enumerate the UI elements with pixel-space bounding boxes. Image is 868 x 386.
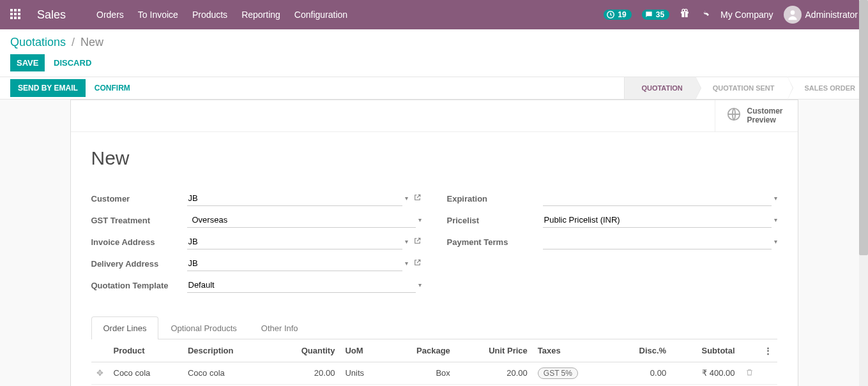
label-payment-terms: Payment Terms bbox=[447, 237, 543, 249]
expiration-field[interactable] bbox=[543, 191, 772, 206]
save-button[interactable]: SAVE bbox=[10, 54, 45, 71]
breadcrumb-sep: / bbox=[72, 36, 75, 48]
cell-uom[interactable]: Units bbox=[340, 362, 386, 384]
invoice-address-field[interactable] bbox=[187, 234, 402, 249]
notebook-tabs: Order Lines Optional Products Other Info bbox=[91, 316, 777, 339]
label-expiration: Expiration bbox=[447, 194, 543, 206]
confirm-button[interactable]: CONFIRM bbox=[86, 79, 139, 97]
customer-preview-button[interactable]: Customer Preview bbox=[715, 100, 798, 131]
control-panel: Quotations / New SAVE DISCARD bbox=[0, 29, 868, 77]
col-product: Product bbox=[109, 339, 183, 362]
app-brand[interactable]: Sales bbox=[37, 8, 66, 22]
delete-row-icon[interactable] bbox=[740, 362, 759, 384]
chevron-down-icon[interactable]: ▾ bbox=[774, 216, 777, 223]
pricelist-field[interactable] bbox=[543, 212, 772, 228]
menu-reporting[interactable]: Reporting bbox=[241, 10, 280, 20]
sheet-background: Customer Preview New Customer ▾ bbox=[0, 100, 868, 386]
scrollbar[interactable] bbox=[859, 0, 868, 386]
status-quotation-sent[interactable]: QUOTATION SENT bbox=[696, 77, 788, 99]
chevron-down-icon[interactable]: ▾ bbox=[774, 195, 777, 202]
label-template: Quotation Template bbox=[91, 281, 187, 293]
tab-other-info[interactable]: Other Info bbox=[249, 316, 310, 339]
status-steps: QUOTATION QUOTATION SENT SALES ORDER bbox=[624, 77, 868, 99]
quotation-template-field[interactable] bbox=[187, 278, 416, 293]
external-link-icon[interactable] bbox=[413, 193, 422, 204]
chevron-down-icon[interactable]: ▾ bbox=[405, 195, 408, 202]
cell-package[interactable]: Box bbox=[386, 362, 455, 384]
scrollbar-thumb[interactable] bbox=[859, 0, 868, 255]
chevron-down-icon[interactable]: ▾ bbox=[774, 238, 777, 245]
order-lines-table: Product Description Quantity UoM Package… bbox=[91, 339, 777, 386]
send-email-button[interactable]: SEND BY EMAIL bbox=[10, 79, 86, 97]
chevron-down-icon[interactable]: ▾ bbox=[405, 260, 408, 267]
stat-line1: Customer bbox=[747, 107, 783, 115]
messages-button[interactable]: 35 bbox=[642, 10, 669, 20]
company-switcher[interactable]: My Company bbox=[720, 10, 773, 20]
customer-field[interactable] bbox=[187, 191, 402, 206]
apps-icon[interactable] bbox=[10, 9, 22, 20]
activities-count: 19 bbox=[618, 10, 626, 19]
breadcrumb-root[interactable]: Quotations bbox=[10, 36, 66, 48]
menu-orders[interactable]: Orders bbox=[96, 10, 124, 20]
table-row[interactable]: ✥ Coco cola Coco cola 20.00 Units Box 20… bbox=[91, 362, 777, 384]
tools-icon[interactable] bbox=[700, 8, 710, 21]
label-gst: GST Treatment bbox=[91, 216, 187, 228]
payment-terms-field[interactable] bbox=[543, 234, 772, 249]
menu-to-invoice[interactable]: To Invoice bbox=[138, 10, 178, 20]
cell-subtotal: ₹ 400.00 bbox=[671, 362, 740, 384]
col-handle bbox=[91, 339, 109, 362]
status-quotation[interactable]: QUOTATION bbox=[624, 77, 695, 99]
form-col-right: Expiration ▾ Pricelist ▾ bbox=[447, 188, 777, 297]
menu-products[interactable]: Products bbox=[192, 10, 227, 20]
tax-tag[interactable]: GST 5% bbox=[538, 367, 578, 379]
external-link-icon[interactable] bbox=[413, 237, 422, 247]
svg-point-5 bbox=[685, 9, 687, 11]
col-delete bbox=[740, 339, 759, 362]
activities-button[interactable]: 19 bbox=[604, 10, 631, 20]
status-bar: SEND BY EMAIL CONFIRM QUOTATION QUOTATIO… bbox=[0, 77, 868, 100]
col-options[interactable]: ⋮ bbox=[759, 339, 777, 362]
col-uom: UoM bbox=[340, 339, 386, 362]
stat-line2: Preview bbox=[747, 115, 783, 124]
label-invoice-addr: Invoice Address bbox=[91, 237, 187, 249]
nav-right: 19 35 My Company Administrator bbox=[604, 6, 858, 24]
form-columns: Customer ▾ GST Treatment bbox=[91, 188, 777, 297]
tab-optional-products[interactable]: Optional Products bbox=[158, 316, 248, 339]
drag-handle-icon[interactable]: ✥ bbox=[91, 362, 109, 384]
button-box: Customer Preview bbox=[71, 100, 798, 132]
clock-icon bbox=[606, 10, 615, 19]
label-customer: Customer bbox=[91, 194, 187, 206]
chevron-down-icon[interactable]: ▾ bbox=[418, 281, 422, 288]
cell-qty[interactable]: 20.00 bbox=[271, 362, 340, 384]
cell-taxes[interactable]: GST 5% bbox=[533, 362, 613, 384]
discard-button[interactable]: DISCARD bbox=[47, 54, 98, 71]
main-menu: Orders To Invoice Products Reporting Con… bbox=[96, 10, 347, 20]
cell-price[interactable]: 20.00 bbox=[455, 362, 533, 384]
chat-icon bbox=[644, 10, 653, 19]
user-name: Administrator bbox=[805, 10, 858, 20]
breadcrumb-current: New bbox=[80, 36, 103, 48]
col-description: Description bbox=[183, 339, 271, 362]
tab-order-lines[interactable]: Order Lines bbox=[91, 316, 159, 339]
delivery-address-field[interactable] bbox=[187, 256, 402, 271]
user-menu[interactable]: Administrator bbox=[784, 6, 858, 24]
svg-point-6 bbox=[790, 10, 795, 15]
external-link-icon[interactable] bbox=[413, 258, 422, 269]
chevron-down-icon[interactable]: ▾ bbox=[405, 238, 408, 245]
col-quantity: Quantity bbox=[271, 339, 340, 362]
gift-icon[interactable] bbox=[680, 8, 690, 21]
messages-count: 35 bbox=[656, 10, 664, 19]
menu-configuration[interactable]: Configuration bbox=[294, 10, 347, 20]
label-delivery-addr: Delivery Address bbox=[91, 259, 187, 271]
globe-icon bbox=[727, 107, 741, 124]
chevron-down-icon[interactable]: ▾ bbox=[418, 216, 422, 223]
col-subtotal: Subtotal bbox=[671, 339, 740, 362]
cell-description[interactable]: Coco cola bbox=[183, 362, 271, 384]
col-disc: Disc.% bbox=[613, 339, 672, 362]
cell-product[interactable]: Coco cola bbox=[109, 362, 183, 384]
gst-field[interactable] bbox=[187, 212, 416, 228]
form-sheet: Customer Preview New Customer ▾ bbox=[70, 100, 798, 386]
col-taxes: Taxes bbox=[533, 339, 613, 362]
cell-disc[interactable]: 0.00 bbox=[613, 362, 672, 384]
status-sales-order[interactable]: SALES ORDER bbox=[788, 77, 868, 99]
